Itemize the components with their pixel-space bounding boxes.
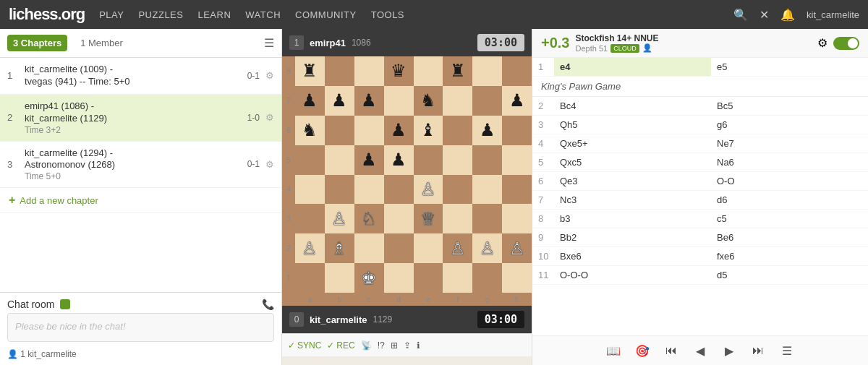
- move-black-7[interactable]: d6: [711, 191, 868, 209]
- square-a6[interactable]: ♞: [295, 116, 325, 145]
- square-h4[interactable]: [502, 175, 532, 205]
- menu-icon[interactable]: ☰: [775, 340, 799, 361]
- move-white-5[interactable]: Qxc5: [554, 153, 711, 171]
- first-move-button[interactable]: ⏮: [660, 340, 683, 361]
- square-g1[interactable]: [472, 263, 502, 293]
- move-black-11[interactable]: d5: [711, 266, 868, 284]
- chapter-gear-2[interactable]: ⚙: [265, 112, 274, 123]
- square-e2[interactable]: [414, 233, 443, 263]
- square-e4[interactable]: ♙: [414, 175, 443, 205]
- square-g7[interactable]: [472, 86, 502, 116]
- square-d7[interactable]: [384, 86, 414, 116]
- square-h6[interactable]: [502, 116, 532, 145]
- square-f6[interactable]: [443, 116, 472, 145]
- square-d2[interactable]: [384, 233, 414, 263]
- square-a4[interactable]: [295, 175, 325, 205]
- square-h7[interactable]: ♟: [502, 86, 532, 116]
- square-a3[interactable]: [295, 204, 325, 233]
- target-icon[interactable]: 🎯: [631, 340, 654, 361]
- tab-chapters[interactable]: 3 Chapters: [7, 35, 67, 51]
- chapter-gear-1[interactable]: ⚙: [265, 70, 274, 81]
- square-c1[interactable]: ♚: [354, 263, 384, 293]
- square-g2[interactable]: ♙: [472, 233, 502, 263]
- square-d5[interactable]: ♟: [384, 145, 414, 175]
- square-a2[interactable]: ♙: [295, 233, 325, 263]
- rec-button[interactable]: ✓ REC: [327, 340, 354, 351]
- move-black-10[interactable]: fxe6: [711, 247, 868, 265]
- square-f8[interactable]: ♜: [443, 56, 472, 86]
- square-c7[interactable]: ♟: [354, 86, 384, 116]
- add-chapter-button[interactable]: + Add a new chapter: [0, 188, 281, 213]
- tab-members[interactable]: 1 Member: [75, 35, 129, 51]
- square-e8[interactable]: [414, 56, 443, 86]
- share-icon[interactable]: ⇪: [404, 340, 411, 351]
- square-c3[interactable]: ♘: [354, 204, 384, 233]
- square-d4[interactable]: [384, 175, 414, 205]
- square-b6[interactable]: [325, 116, 354, 145]
- move-white-10[interactable]: Bxe6: [554, 247, 711, 265]
- square-d3[interactable]: [384, 204, 414, 233]
- square-d6[interactable]: ♟: [384, 116, 414, 145]
- square-e6[interactable]: ♝: [414, 116, 443, 145]
- move-black-4[interactable]: Ne7: [711, 134, 868, 153]
- question-icon[interactable]: !?: [378, 340, 385, 351]
- square-f1[interactable]: [443, 263, 472, 293]
- antenna-icon[interactable]: 📡: [361, 340, 372, 351]
- engine-toggle[interactable]: [833, 37, 859, 50]
- book-icon[interactable]: 📖: [602, 340, 625, 361]
- move-black-9[interactable]: Be6: [711, 228, 868, 246]
- nav-community[interactable]: COMMUNITY: [295, 9, 357, 20]
- move-black-5[interactable]: Na6: [711, 153, 868, 171]
- move-black-2[interactable]: Bc5: [711, 97, 868, 115]
- square-c5[interactable]: ♟: [354, 145, 384, 175]
- bell-icon[interactable]: 🔔: [780, 8, 795, 22]
- square-h1[interactable]: [502, 263, 532, 293]
- square-h8[interactable]: [502, 56, 532, 86]
- square-b5[interactable]: [325, 145, 354, 175]
- chapter-gear-3[interactable]: ⚙: [265, 159, 274, 170]
- square-f7[interactable]: [443, 86, 472, 116]
- square-f3[interactable]: [443, 204, 472, 233]
- nav-puzzles[interactable]: PUZZLES: [138, 9, 183, 20]
- square-c8[interactable]: [354, 56, 384, 86]
- move-white-6[interactable]: Qe3: [554, 172, 711, 190]
- chat-input[interactable]: Please be nice in the chat!: [7, 313, 274, 342]
- move-white-7[interactable]: Nc3: [554, 191, 711, 209]
- square-h2[interactable]: ♙: [502, 233, 532, 263]
- square-g6[interactable]: ♟: [472, 116, 502, 145]
- square-a1[interactable]: [295, 263, 325, 293]
- square-a8[interactable]: ♜: [295, 56, 325, 86]
- square-e1[interactable]: [414, 263, 443, 293]
- next-move-button[interactable]: ▶: [718, 340, 741, 361]
- square-f2[interactable]: ♙: [443, 233, 472, 263]
- prev-move-button[interactable]: ◀: [689, 340, 712, 361]
- square-f5[interactable]: [443, 145, 472, 175]
- move-white-2[interactable]: Bc4: [554, 97, 711, 115]
- username[interactable]: kit_carmelite: [807, 9, 859, 20]
- square-b7[interactable]: ♟: [325, 86, 354, 116]
- square-a7[interactable]: ♟: [295, 86, 325, 116]
- search-icon[interactable]: 🔍: [733, 8, 748, 22]
- settings-icon[interactable]: ⚙: [817, 36, 827, 50]
- logo[interactable]: lichess.org: [9, 5, 85, 24]
- nav-play[interactable]: PLAY: [99, 9, 124, 20]
- sidebar-menu-icon[interactable]: ☰: [264, 36, 274, 50]
- phone-icon[interactable]: 📞: [262, 299, 274, 310]
- sync-button[interactable]: ✓ SYNC: [288, 340, 321, 351]
- nav-tools[interactable]: TOOLS: [371, 9, 404, 20]
- square-c6[interactable]: [354, 116, 384, 145]
- square-g5[interactable]: [472, 145, 502, 175]
- chapter-item-2[interactable]: 2 emirp41 (1086) -kit_carmelite (1129) T…: [0, 95, 281, 142]
- move-white-11[interactable]: O-O-O: [554, 266, 711, 284]
- move-white-3[interactable]: Qh5: [554, 116, 711, 134]
- move-black-1[interactable]: e5: [711, 58, 868, 76]
- move-black-8[interactable]: c5: [711, 210, 868, 228]
- square-b1[interactable]: [325, 263, 354, 293]
- square-b4[interactable]: [325, 175, 354, 205]
- chapter-item-1[interactable]: 1 kit_carmelite (1009) -tvegas (941) -- …: [0, 58, 281, 95]
- square-e7[interactable]: ♞: [414, 86, 443, 116]
- square-d8[interactable]: ♛: [384, 56, 414, 86]
- move-white-4[interactable]: Qxe5+: [554, 134, 711, 153]
- square-g3[interactable]: [472, 204, 502, 233]
- square-b2[interactable]: ♗: [325, 233, 354, 263]
